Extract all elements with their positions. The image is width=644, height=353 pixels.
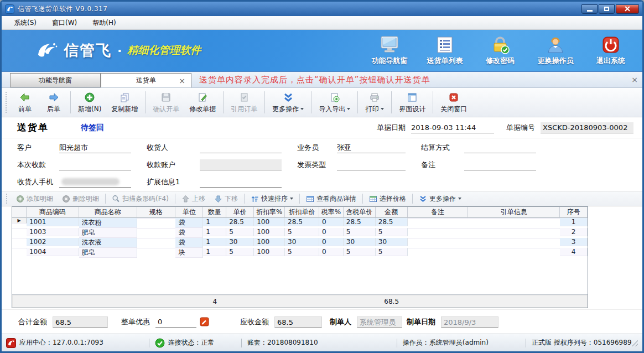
maximize-button[interactable] bbox=[599, 4, 615, 14]
close-window-button[interactable]: 关闭窗口 bbox=[435, 90, 472, 115]
grid-cell[interactable]: 1 bbox=[203, 248, 226, 256]
grid-cell[interactable]: 0 bbox=[319, 228, 344, 236]
print-button[interactable]: 打印 bbox=[360, 90, 389, 115]
grid-cell[interactable]: 5 bbox=[344, 228, 376, 236]
ext-info-field[interactable] bbox=[200, 176, 282, 188]
grid-cell[interactable]: 100 bbox=[254, 228, 285, 236]
exit-system-button[interactable]: 退出系统 bbox=[587, 35, 635, 66]
grid-cell[interactable]: 5 bbox=[226, 228, 254, 236]
grid-cell[interactable]: 100 bbox=[254, 218, 285, 226]
grid-cell[interactable]: 1 bbox=[203, 228, 226, 236]
grid-cell[interactable]: 3 bbox=[560, 238, 588, 246]
grid-cell[interactable]: 1 bbox=[203, 238, 226, 246]
grid-cell[interactable]: 30 bbox=[226, 238, 254, 246]
grid-cell[interactable] bbox=[137, 248, 176, 248]
grid-cell[interactable]: 袋 bbox=[175, 238, 203, 248]
grid-cell[interactable]: 5 bbox=[376, 248, 408, 256]
grid-cell[interactable]: 28.5 bbox=[226, 218, 254, 226]
copy-new-button[interactable]: 复制新增 bbox=[106, 90, 143, 115]
grid-cell[interactable]: 4 bbox=[560, 248, 588, 256]
tab-nav-window[interactable]: 功能导航窗 bbox=[10, 73, 101, 87]
grid-cell[interactable] bbox=[408, 238, 469, 238]
grid-cell[interactable]: 1004 bbox=[27, 248, 79, 256]
settlement-field[interactable] bbox=[464, 142, 536, 153]
grid-cell[interactable]: 1 bbox=[203, 218, 226, 226]
grid-cell[interactable]: 袋 bbox=[175, 218, 203, 228]
customer-field[interactable]: 阳光超市 bbox=[59, 142, 131, 153]
grid-cell[interactable]: 28.5 bbox=[376, 218, 408, 226]
grid-cell[interactable]: 30 bbox=[344, 238, 376, 246]
nav-window-button[interactable]: 功能导航窗 bbox=[366, 35, 413, 66]
discount-edit-icon[interactable] bbox=[200, 317, 209, 326]
grid-cell[interactable]: 洗衣液 bbox=[79, 238, 137, 248]
grid-cell[interactable]: 1001 bbox=[27, 218, 79, 226]
menu-help[interactable]: 帮助(H) bbox=[86, 17, 122, 29]
close-button[interactable] bbox=[616, 4, 639, 14]
grid-cell[interactable]: 1003 bbox=[27, 228, 79, 236]
grid-cell[interactable]: 块 bbox=[175, 248, 203, 258]
grid-cell[interactable] bbox=[468, 238, 560, 238]
prev-order-button[interactable]: 前单 bbox=[11, 90, 39, 115]
minimize-button[interactable] bbox=[581, 4, 598, 14]
order-date-field[interactable]: 2018-09-03 11:44 bbox=[411, 122, 494, 133]
grid-cell[interactable]: 洗衣粉 bbox=[79, 218, 137, 228]
change-password-button[interactable]: 修改密码 bbox=[476, 35, 524, 66]
grid-cell[interactable] bbox=[137, 218, 176, 219]
summary-cell bbox=[344, 295, 376, 308]
grid-cell[interactable]: 5 bbox=[226, 248, 254, 256]
grid-cell[interactable] bbox=[468, 248, 560, 248]
grid-cell[interactable]: 5 bbox=[376, 228, 408, 236]
modify-order-button[interactable]: 修改单据 bbox=[184, 90, 221, 115]
view-product-detail-button[interactable]: 查看商品详情 bbox=[302, 194, 361, 204]
switch-operator-button[interactable]: 更换操作员 bbox=[532, 35, 579, 66]
grid-cell[interactable]: 0 bbox=[319, 248, 344, 256]
grid-cell[interactable]: 5 bbox=[285, 248, 319, 256]
remark-field[interactable] bbox=[464, 159, 536, 170]
select-price-button[interactable]: 选择价格 bbox=[365, 194, 411, 204]
grid-cell[interactable]: 28.5 bbox=[285, 218, 319, 226]
grid-cell[interactable] bbox=[408, 248, 469, 248]
tab-delivery-order[interactable]: 送货单 × bbox=[101, 73, 191, 87]
grid-cell[interactable] bbox=[137, 238, 176, 238]
invoice-type-field[interactable] bbox=[337, 159, 406, 170]
grid-cell[interactable] bbox=[137, 228, 176, 229]
tab-close-icon[interactable]: × bbox=[179, 76, 185, 85]
tabstrip-close-icon[interactable]: × bbox=[631, 75, 638, 84]
grid-cell[interactable]: 100 bbox=[254, 248, 285, 256]
consignee-field[interactable] bbox=[200, 142, 282, 153]
banner-action-label: 送货单列表 bbox=[427, 56, 463, 66]
delivery-list-button[interactable]: 送货单列表 bbox=[421, 35, 469, 66]
detail-more-operations-button[interactable]: 更多操作 bbox=[414, 194, 466, 204]
new-order-button[interactable]: 新增(N) bbox=[73, 90, 106, 115]
grid-cell[interactable]: 100 bbox=[254, 238, 285, 246]
grid-cell[interactable] bbox=[468, 218, 560, 219]
quick-sort-button[interactable]: 快速排序 bbox=[246, 194, 298, 204]
grid-cell[interactable]: 2 bbox=[560, 228, 588, 236]
grid-cell[interactable]: 30 bbox=[376, 238, 408, 246]
grid-cell[interactable]: 肥皂 bbox=[79, 228, 137, 238]
menu-window[interactable]: 窗口(W) bbox=[45, 17, 84, 29]
more-operations-button[interactable]: 更多操作 bbox=[267, 90, 309, 115]
grid-cell[interactable] bbox=[468, 228, 560, 229]
grid-cell[interactable] bbox=[408, 218, 469, 219]
grid-cell[interactable]: 1 bbox=[560, 218, 588, 226]
grid-cell[interactable]: 1002 bbox=[27, 238, 79, 246]
consignee-phone-field[interactable] bbox=[59, 176, 131, 188]
grid-cell[interactable]: 28.5 bbox=[344, 218, 376, 226]
resize-grip[interactable] bbox=[632, 340, 638, 346]
grid-cell[interactable]: 0 bbox=[319, 218, 344, 226]
grid-cell[interactable]: 5 bbox=[344, 248, 376, 256]
payment-field[interactable] bbox=[59, 159, 131, 170]
grid-cell[interactable]: 袋 bbox=[175, 228, 203, 238]
ui-design-button[interactable]: 界面设计 bbox=[394, 90, 430, 115]
grid-cell[interactable]: 肥皂 bbox=[79, 248, 137, 258]
grid-cell[interactable]: 0 bbox=[319, 238, 344, 246]
grid-cell[interactable]: 30 bbox=[285, 238, 319, 246]
next-order-button[interactable]: 后单 bbox=[39, 90, 68, 115]
menu-system[interactable]: 系统(S) bbox=[7, 17, 43, 29]
discount-field[interactable]: 0 bbox=[155, 316, 196, 328]
grid-cell[interactable]: 5 bbox=[285, 228, 319, 236]
import-export-button[interactable]: 导入导出 bbox=[314, 90, 355, 115]
grid-cell[interactable] bbox=[408, 228, 469, 229]
salesman-field[interactable]: 张亚 bbox=[337, 142, 406, 153]
